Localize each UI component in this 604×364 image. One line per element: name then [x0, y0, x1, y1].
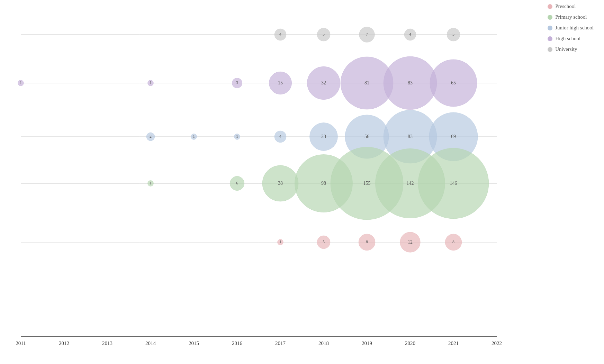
chart-container: Preschool Primary school Junior high sch…: [0, 0, 604, 364]
legend-dot: [548, 15, 552, 20]
legend: Preschool Primary school Junior high sch…: [548, 3, 594, 52]
bubble-chart: [0, 0, 604, 364]
legend-dot: [548, 36, 552, 41]
legend-dot: [548, 26, 552, 30]
legend-label: University: [555, 46, 577, 52]
legend-item-primary-school: Primary school: [548, 14, 594, 20]
legend-label: Primary school: [555, 14, 587, 20]
legend-item-university: University: [548, 46, 594, 52]
legend-dot: [548, 47, 552, 52]
legend-dot: [548, 4, 552, 9]
legend-label: Preschool: [555, 3, 576, 9]
legend-item-high-school: High school: [548, 36, 594, 42]
legend-item-preschool: Preschool: [548, 3, 594, 9]
legend-item-junior-high-school: Junior high school: [548, 25, 594, 31]
legend-label: Junior high school: [555, 25, 594, 31]
legend-label: High school: [555, 36, 580, 42]
